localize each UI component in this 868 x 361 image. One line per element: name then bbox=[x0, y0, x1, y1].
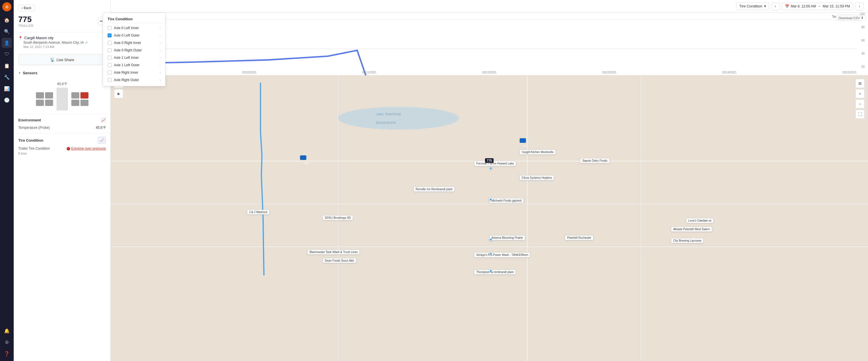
map-background: LAKE TRAVERSE RESERVATION 169 94 bbox=[111, 75, 868, 361]
checkbox-axle0-right-inner[interactable] bbox=[107, 41, 112, 45]
map-label-schipps: Schipp's Pro Power Wash - TANKERleen bbox=[474, 252, 530, 257]
map-label-sdsu: SDSU Brookings SD bbox=[323, 215, 353, 220]
tire-cell-fr-outer bbox=[81, 92, 89, 99]
dropdown-item-axle1-left-inner[interactable]: Axle 1 Left Inner › bbox=[103, 54, 165, 61]
next-date-button[interactable]: › bbox=[856, 2, 863, 10]
dropdown-item-axle1-left-outer[interactable]: Axle 1 Left Outer › bbox=[103, 61, 165, 69]
dropdown-item-axle0-right-inner[interactable]: Axle 0 Right Inner › bbox=[103, 39, 165, 47]
dropdown-item-axle-right-inner[interactable]: Axle Right Inner › bbox=[103, 69, 165, 76]
nav-documents[interactable]: 📋 bbox=[2, 60, 12, 71]
location-dot-5 bbox=[489, 270, 492, 273]
nav-tools[interactable]: 🔧 bbox=[2, 72, 12, 82]
checkbox-axle1-left-outer[interactable] bbox=[107, 63, 112, 67]
svg-point-7 bbox=[338, 107, 459, 130]
map-label-michaels: Michaels Foods gaylord bbox=[489, 198, 524, 203]
calendar-icon: 📅 bbox=[785, 4, 789, 8]
location-section: 📍 Cargill Mason city South Benjamin Aven… bbox=[14, 32, 111, 52]
environment-label: Environment bbox=[18, 118, 41, 122]
tire-cell-rr-outer bbox=[81, 100, 89, 106]
map-label-allstate: Allstate Peterbilt West Salem bbox=[671, 227, 712, 232]
date-from: Mar 8, 12:00 AM bbox=[791, 4, 816, 8]
collapse-arrow-icon: ▼ bbox=[18, 72, 21, 75]
temp-probe-label: Temperature (Probe) bbox=[18, 126, 50, 130]
back-arrow-icon: ‹ bbox=[22, 6, 23, 10]
environment-header: Environment 📈 bbox=[18, 116, 106, 124]
truck-badge: 775 bbox=[485, 158, 494, 163]
dropdown-item-axle0-left-outer[interactable]: Axle 0 Left Outer › bbox=[103, 32, 165, 39]
environment-section: Environment 📈 Temperature (Probe) 45.6°F bbox=[14, 114, 111, 133]
temp-probe-row: Temperature (Probe) 45.6°F bbox=[18, 124, 106, 131]
map-label-jj: J & J Washout bbox=[247, 210, 269, 215]
map-label-renville: Renville mn Rembrandt plant bbox=[414, 187, 455, 192]
svg-text:169: 169 bbox=[304, 162, 308, 165]
checkbox-axle1-left-inner[interactable] bbox=[107, 56, 112, 60]
tire-cell-fr-inner bbox=[71, 92, 79, 99]
svg-rect-16 bbox=[300, 156, 306, 160]
map-label-thompson: Thompson Ia rembrandt plant bbox=[474, 270, 516, 275]
tire-condition-section: Tire Condition 📈 Trailer Tire Condition … bbox=[14, 133, 111, 158]
location-name-text: Cargill Mason city bbox=[24, 36, 54, 40]
arrow-icon-5: › bbox=[159, 56, 161, 59]
back-label: Back bbox=[24, 6, 31, 10]
checkbox-axle-right-outer[interactable] bbox=[107, 78, 112, 82]
prev-date-button[interactable]: ‹ bbox=[772, 2, 779, 10]
axle0-right-outer-label: Axle 0 Right Outer bbox=[114, 48, 142, 52]
location-dot-1 bbox=[489, 167, 492, 170]
trailer-tire-row: Trailer Tire Condition ⬤ Extreme over pr… bbox=[18, 146, 106, 151]
map-zoom-out-button[interactable]: − bbox=[856, 100, 865, 109]
pin-icon: 📍 bbox=[18, 36, 23, 40]
nav-analytics[interactable]: 📊 bbox=[2, 83, 12, 94]
tire-condition-chart-button[interactable]: 📈 bbox=[98, 137, 106, 144]
map-label-arkema: Arkema Blooming Prairie bbox=[489, 235, 525, 240]
arrow-icon-2: › bbox=[159, 34, 161, 37]
location-dot-2 bbox=[489, 198, 492, 201]
location-time: Mar 12, 2021 7:13 AM bbox=[23, 45, 106, 49]
nav-settings[interactable]: ⚙ bbox=[2, 337, 12, 347]
map-zoom-in-button[interactable]: + bbox=[856, 89, 865, 98]
nav-home[interactable]: 🏠 bbox=[2, 15, 12, 25]
download-csv-label: Download CSV bbox=[838, 16, 860, 20]
nav-notifications[interactable]: 🔔 bbox=[2, 326, 12, 336]
external-link-icon[interactable]: ↗ bbox=[85, 41, 88, 45]
svg-text:94: 94 bbox=[523, 144, 526, 147]
sensors-header[interactable]: ▼ Sensors bbox=[18, 70, 106, 76]
axle-right-inner-label: Axle Right Inner bbox=[114, 71, 138, 75]
dropdown-item-axle0-left-inner[interactable]: Axle 0 Left Inner › bbox=[103, 24, 165, 32]
sensors-section: ▼ Sensors bbox=[14, 67, 111, 79]
arrow-icon-3: › bbox=[159, 41, 161, 45]
arrow-icon-7: › bbox=[159, 71, 161, 74]
nav-search[interactable]: 🔍 bbox=[2, 26, 12, 36]
location-address: South Benjamin Avenue, Mason City, IA ↗ bbox=[23, 40, 106, 45]
tire-condition-label: Tire Condition bbox=[18, 138, 43, 142]
axle1-left-outer-label: Axle 1 Left Outer bbox=[114, 63, 140, 67]
trailer-tire-value: ⬤ Extreme over pressure bbox=[66, 146, 106, 150]
dropdown-arrow-icon: ▾ bbox=[764, 4, 766, 8]
play-button[interactable]: ▶ bbox=[114, 89, 123, 98]
live-share-button[interactable]: 📡 Live Share bbox=[18, 54, 106, 65]
date-arrow: → bbox=[818, 4, 821, 8]
map-fullscreen-button[interactable]: ⛶ bbox=[856, 110, 865, 119]
sidebar-header: ‹ Back 775 TRAILER ••• bbox=[14, 0, 111, 32]
checkbox-axle0-right-outer[interactable] bbox=[107, 48, 112, 52]
dropdown-item-axle-right-outer[interactable]: Axle Right Outer › bbox=[103, 76, 165, 84]
tire-diagram: 45.6°F bbox=[14, 79, 111, 114]
svg-rect-18 bbox=[520, 138, 526, 143]
checkbox-axle0-left-inner[interactable] bbox=[107, 26, 112, 30]
condition-dropdown[interactable]: Tire Condition ▾ bbox=[736, 2, 769, 10]
map-area[interactable]: LAKE TRAVERSE RESERVATION 169 94 Cargill… bbox=[111, 75, 868, 361]
date-range-display: 📅 Mar 8, 12:00 AM → Mar 15, 11:59 PM bbox=[782, 3, 853, 10]
nav-shield[interactable]: 🛡 bbox=[2, 49, 12, 59]
back-button[interactable]: ‹ Back bbox=[18, 5, 34, 11]
nav-help[interactable]: ❓ bbox=[2, 349, 12, 359]
tire-cell-rl-outer bbox=[36, 100, 44, 106]
nav-history[interactable]: 🕐 bbox=[2, 95, 12, 105]
tire-condition-text[interactable]: Extreme over pressure bbox=[71, 146, 106, 150]
axle-right-outer-label: Axle Right Outer bbox=[114, 78, 139, 82]
checkbox-axle0-left-outer[interactable] bbox=[107, 33, 112, 37]
tires-count: 8 tires bbox=[18, 151, 106, 156]
dropdown-item-axle0-right-outer[interactable]: Axle 0 Right Outer › bbox=[103, 47, 165, 54]
nav-assets[interactable]: 👤 bbox=[2, 38, 12, 48]
checkbox-axle-right-inner[interactable] bbox=[107, 71, 112, 75]
map-layers-button[interactable]: ⊞ bbox=[856, 79, 865, 88]
location-name: 📍 Cargill Mason city bbox=[18, 36, 106, 40]
